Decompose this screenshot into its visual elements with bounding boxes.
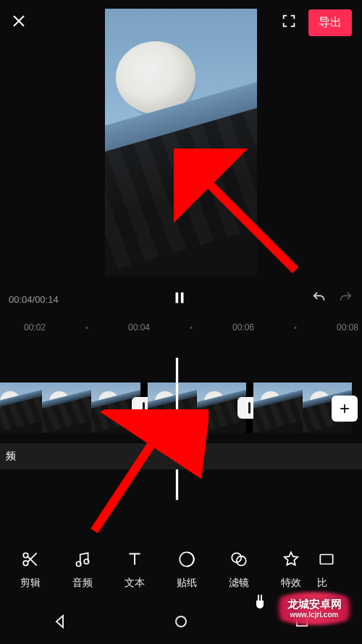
clip-thumbnail[interactable]	[253, 382, 303, 433]
add-clip-button[interactable]: +	[332, 396, 358, 422]
nav-recent-button[interactable]	[293, 613, 311, 633]
timeline-ruler[interactable]: 00:02 00:04 00:06 00:08	[0, 317, 362, 338]
tool-label: 贴纸	[177, 577, 197, 590]
tool-sticker[interactable]: 贴纸	[161, 550, 213, 590]
scissors-icon	[21, 550, 40, 571]
tool-filter[interactable]: 滤镜	[213, 550, 265, 590]
ruler-tick: 00:06	[232, 322, 254, 333]
svg-rect-15	[297, 617, 307, 626]
sticker-icon	[177, 550, 196, 571]
preview-area[interactable]	[0, 9, 362, 284]
clip-split-handle[interactable]	[140, 382, 146, 433]
music-note-icon	[73, 550, 92, 571]
clip-thumbnail[interactable]	[148, 382, 197, 433]
ruler-tick: 00:04	[128, 322, 150, 333]
tool-label: 剪辑	[20, 577, 41, 590]
ruler-tick: 00:02	[24, 322, 46, 333]
playback-bar: 00:04/00:14	[0, 287, 362, 311]
tool-ratio[interactable]: 比	[317, 550, 343, 590]
video-track[interactable]: +	[0, 382, 362, 433]
system-navbar	[0, 602, 362, 644]
svg-rect-13	[320, 554, 332, 564]
tool-effects[interactable]: 特效	[265, 550, 317, 590]
svg-rect-0	[176, 293, 179, 304]
svg-point-14	[176, 616, 186, 627]
playhead[interactable]	[176, 358, 178, 500]
tool-audio[interactable]: 音频	[56, 550, 109, 590]
pause-button[interactable]	[172, 290, 188, 309]
nav-back-button[interactable]	[51, 613, 69, 633]
filter-icon	[230, 550, 248, 571]
bottom-toolbar: 剪辑 音频 文本 贴纸 滤镜 特效 比	[0, 537, 362, 602]
timecode: 00:04/00:14	[9, 294, 59, 305]
tool-label: 文本	[125, 577, 145, 590]
ruler-tick: 00:08	[337, 322, 358, 333]
nav-home-button[interactable]	[172, 613, 190, 633]
clip-thumbnail[interactable]	[42, 382, 91, 433]
text-icon	[125, 550, 144, 571]
tool-text[interactable]: 文本	[109, 550, 161, 590]
ratio-icon	[317, 550, 336, 571]
undo-button[interactable]	[311, 290, 327, 309]
redo-button[interactable]	[337, 290, 353, 309]
clip-split-handle[interactable]	[246, 382, 252, 433]
audio-track[interactable]: 频	[0, 443, 362, 469]
tool-label: 滤镜	[229, 577, 249, 590]
timeline-tracks[interactable]: +	[0, 382, 362, 442]
tool-label: 特效	[281, 577, 301, 590]
svg-rect-1	[181, 293, 184, 304]
audio-track-label: 频	[6, 450, 16, 463]
tool-edit[interactable]: 剪辑	[4, 550, 56, 590]
tool-label: 音频	[72, 577, 93, 590]
preview-frame	[105, 9, 257, 277]
tool-label: 比	[317, 577, 327, 590]
star-icon	[282, 550, 300, 571]
clip-thumbnail[interactable]	[0, 382, 42, 433]
